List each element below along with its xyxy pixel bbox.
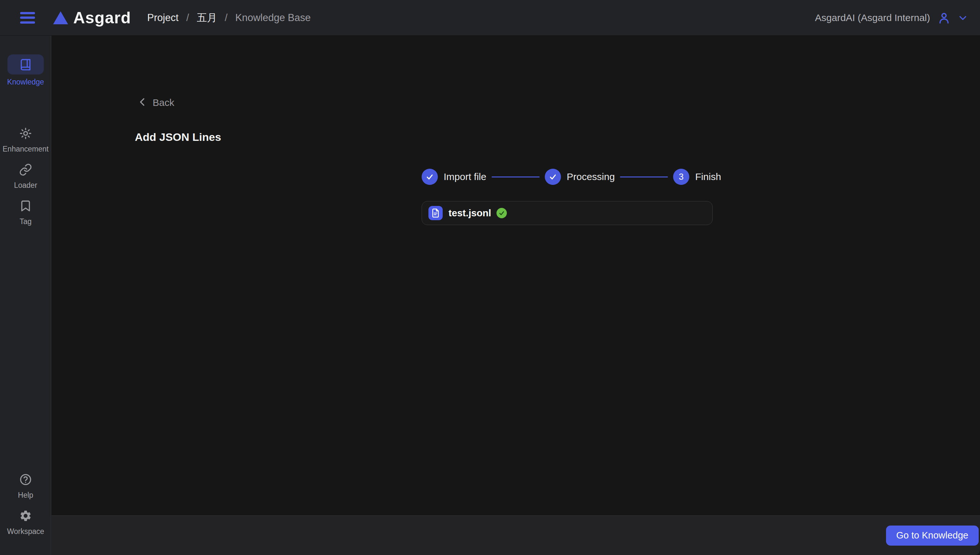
step-connector xyxy=(620,176,668,178)
account-area[interactable]: AsgardAI (Asgard Internal) xyxy=(815,11,980,25)
sidebar-item-label: Knowledge xyxy=(7,78,44,87)
back-button[interactable]: Back xyxy=(138,96,174,109)
question-circle-icon xyxy=(19,473,32,486)
step-processing: Processing xyxy=(545,169,615,185)
sidebar-item-workspace[interactable]: Workspace xyxy=(0,509,51,536)
user-icon[interactable] xyxy=(937,11,951,25)
footer-bar: Go to Knowledge xyxy=(51,515,980,555)
sidebar-item-label: Loader xyxy=(14,181,37,190)
step-connector xyxy=(492,176,539,178)
step-1-done-indicator xyxy=(422,169,438,185)
file-name: test.jsonl xyxy=(449,208,491,218)
sun-icon xyxy=(19,127,32,140)
chevron-left-icon xyxy=(138,96,148,109)
sidebar-item-loader[interactable]: Loader xyxy=(0,163,51,190)
sidebar-item-knowledge[interactable]: Knowledge xyxy=(0,55,51,87)
step-1-label: Import file xyxy=(444,171,486,182)
bookmark-icon xyxy=(19,199,32,213)
top-bar: Asgard Project / 五月 / Knowledge Base Asg… xyxy=(0,0,980,35)
chevron-down-icon[interactable] xyxy=(958,13,968,22)
check-icon xyxy=(549,173,557,181)
step-3-indicator: 3 xyxy=(673,169,689,185)
sidebar: Knowledge Enhancement Loader xyxy=(0,35,51,555)
breadcrumb-current: Knowledge Base xyxy=(235,12,311,24)
sidebar-item-label: Workspace xyxy=(7,527,44,536)
main-content: Back Add JSON Lines Import file Processi… xyxy=(51,35,980,515)
sidebar-item-enhancement[interactable]: Enhancement xyxy=(0,127,51,154)
sidebar-item-label: Enhancement xyxy=(3,145,48,154)
page-title: Add JSON Lines xyxy=(135,131,221,143)
sidebar-item-label: Help xyxy=(18,491,33,500)
stepper: Import file Processing 3 Finish xyxy=(422,169,721,185)
breadcrumb-separator: / xyxy=(225,12,227,24)
file-document-icon xyxy=(428,206,443,220)
active-item-highlight xyxy=(8,55,44,74)
back-label: Back xyxy=(153,97,174,108)
sidebar-item-tag[interactable]: Tag xyxy=(0,199,51,226)
app-logo-text: Asgard xyxy=(73,8,131,27)
breadcrumb-project[interactable]: Project xyxy=(147,12,178,24)
step-2-label: Processing xyxy=(567,171,615,182)
breadcrumb-folder[interactable]: 五月 xyxy=(197,11,217,25)
step-3-number: 3 xyxy=(679,172,684,182)
link-icon xyxy=(19,163,32,176)
sidebar-item-label: Tag xyxy=(19,217,31,226)
breadcrumb-separator: / xyxy=(186,12,189,24)
success-check-icon xyxy=(496,208,507,218)
go-to-knowledge-button[interactable]: Go to Knowledge xyxy=(886,526,979,545)
step-3-label: Finish xyxy=(695,171,721,182)
step-import-file: Import file xyxy=(422,169,486,185)
menu-icon[interactable] xyxy=(20,12,35,24)
uploaded-file-card[interactable]: test.jsonl xyxy=(422,201,713,225)
check-icon xyxy=(425,173,434,181)
book-icon xyxy=(19,58,32,71)
step-2-done-indicator xyxy=(545,169,561,185)
asgard-logo-icon xyxy=(53,11,68,24)
sidebar-item-help[interactable]: Help xyxy=(0,473,51,500)
account-name: AsgardAI (Asgard Internal) xyxy=(815,12,930,23)
breadcrumb: Project / 五月 / Knowledge Base xyxy=(147,11,311,25)
gear-icon xyxy=(19,509,32,523)
step-finish: 3 Finish xyxy=(673,169,721,185)
